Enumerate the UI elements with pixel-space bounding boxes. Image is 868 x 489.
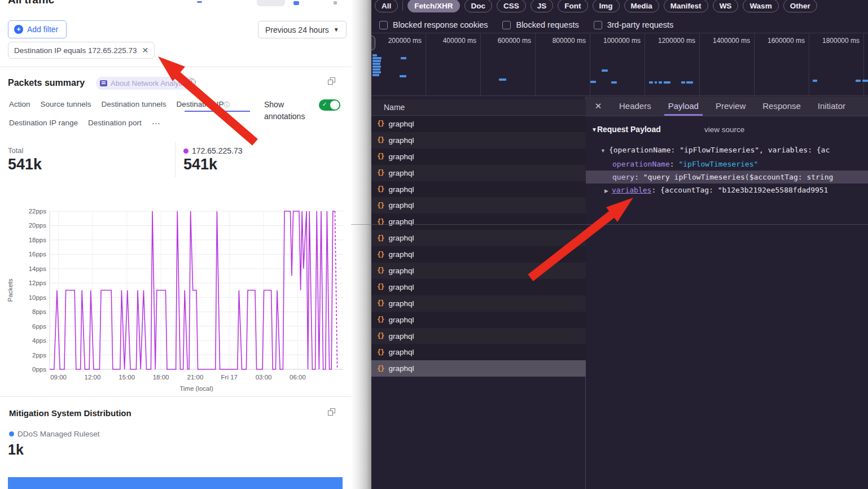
checkbox-blocked-response-cookies[interactable]: Blocked response cookies bbox=[379, 20, 488, 29]
request-name: graphql bbox=[388, 299, 414, 308]
json-braces-icon: {} bbox=[377, 316, 384, 324]
filter-pill-other[interactable]: Other bbox=[783, 0, 817, 12]
filter-pill-img[interactable]: Img bbox=[593, 0, 620, 12]
payload-row-variables[interactable]: ▶variables: {accountTag: "b12e3b2192ee55… bbox=[586, 184, 868, 197]
request-row[interactable]: {}graphql bbox=[371, 165, 586, 181]
waterfall-request-mark bbox=[659, 81, 662, 84]
request-payload-section[interactable]: ▼Request Payload bbox=[591, 125, 661, 134]
request-row[interactable]: {}graphql bbox=[371, 213, 586, 230]
tab-destination-ip[interactable]: Destination IP ⓘ bbox=[176, 100, 230, 109]
svg-text:8pps: 8pps bbox=[32, 308, 46, 315]
payload-summary-line[interactable]: ▼{operationName: "ipFlowTimeseries", var… bbox=[586, 143, 868, 156]
filter-pill-wasm[interactable]: Wasm bbox=[743, 0, 778, 12]
toggle-knob bbox=[330, 101, 339, 110]
details-tab-payload[interactable]: Payload bbox=[660, 97, 707, 116]
mitigation-legend-dot bbox=[9, 431, 14, 436]
request-row[interactable]: {}graphql bbox=[371, 230, 586, 246]
clock-icon bbox=[188, 78, 196, 86]
about-network-analytics-badge[interactable]: About Network Analytics bbox=[96, 77, 195, 90]
timeline-tick-label: 2000000 ms bbox=[864, 37, 868, 45]
analytics-panel: All traffic + Add filter Previous 24 hou… bbox=[0, 0, 351, 489]
request-name: graphql bbox=[388, 120, 414, 128]
checkbox-box[interactable] bbox=[502, 21, 511, 29]
json-braces-icon: {} bbox=[377, 234, 384, 242]
request-row[interactable]: {}graphql bbox=[371, 295, 586, 312]
filter-pill-fetch-xhr[interactable]: Fetch/XHR bbox=[407, 0, 459, 12]
timeline-tick-label: 800000 ms bbox=[536, 37, 586, 45]
time-range-dropdown[interactable]: Previous 24 hours ▼ bbox=[258, 21, 347, 38]
details-tab-initiator[interactable]: Initiator bbox=[809, 97, 854, 116]
plus-icon: + bbox=[14, 25, 23, 34]
network-overview-timeline[interactable]: 200000 ms400000 ms600000 ms800000 ms1000… bbox=[371, 33, 868, 96]
request-row[interactable]: {}graphql bbox=[371, 197, 586, 213]
expand-icon[interactable] bbox=[328, 77, 335, 85]
waterfall-request-mark bbox=[372, 63, 380, 65]
request-name: graphql bbox=[388, 136, 414, 145]
checkbox-box[interactable] bbox=[379, 21, 388, 29]
close-icon[interactable]: ✕ bbox=[586, 101, 611, 111]
badge-label: About Network Analytics bbox=[111, 79, 190, 88]
expand-icon[interactable] bbox=[328, 408, 335, 416]
divider bbox=[402, 1, 403, 11]
filter-pill-all[interactable]: All bbox=[375, 0, 398, 12]
request-row[interactable]: {}graphql bbox=[371, 312, 586, 328]
request-row[interactable]: {}graphql bbox=[371, 181, 586, 198]
payload-row-query[interactable]: query: "query ipFlowTimeseries($accountT… bbox=[586, 171, 868, 184]
request-row[interactable]: {}graphql bbox=[371, 279, 586, 295]
checkbox-blocked-requests[interactable]: Blocked requests bbox=[502, 20, 578, 29]
checkbox-box[interactable] bbox=[594, 21, 602, 29]
more-tabs-button[interactable]: ⋯ bbox=[152, 119, 161, 129]
filter-chip[interactable]: Destination IP equals 172.65.225.73 ✕ bbox=[8, 42, 155, 59]
request-row[interactable]: {}graphql bbox=[371, 328, 586, 344]
filter-pill-css[interactable]: CSS bbox=[497, 0, 526, 12]
tab-action[interactable]: Action bbox=[9, 100, 30, 109]
json-braces-icon: {} bbox=[377, 348, 384, 356]
filter-pill-manifest[interactable]: Manifest bbox=[664, 0, 708, 12]
time-range-label: Previous 24 hours bbox=[265, 25, 329, 34]
request-row[interactable]: {}graphql bbox=[371, 149, 586, 165]
request-name: graphql bbox=[388, 152, 414, 161]
svg-text:15:00: 15:00 bbox=[119, 374, 135, 381]
svg-text:20pps: 20pps bbox=[29, 222, 47, 229]
filter-pill-js[interactable]: JS bbox=[531, 0, 554, 12]
details-tab-preview[interactable]: Preview bbox=[707, 97, 754, 116]
waterfall-request-mark bbox=[590, 81, 596, 83]
tab-destination-tunnels[interactable]: Destination tunnels bbox=[102, 100, 166, 109]
payload-row-operationName[interactable]: operationName: "ipFlowTimeseries" bbox=[586, 158, 868, 171]
waterfall-request-mark bbox=[686, 81, 693, 84]
request-row[interactable]: {}graphql bbox=[371, 263, 586, 279]
triangle-down-icon: ▼ bbox=[591, 126, 597, 133]
book-icon bbox=[100, 80, 107, 86]
request-row[interactable]: {}graphql bbox=[371, 344, 586, 360]
filter-pill-doc[interactable]: Doc bbox=[464, 0, 493, 12]
request-row[interactable]: {}graphql bbox=[371, 246, 586, 263]
tab-source-tunnels[interactable]: Source tunnels bbox=[41, 100, 91, 109]
tab-destination-ip-range[interactable]: Destination IP range bbox=[9, 119, 78, 129]
details-tab-response[interactable]: Response bbox=[754, 97, 809, 116]
request-name: graphql bbox=[388, 316, 414, 324]
svg-text:18pps: 18pps bbox=[29, 237, 47, 243]
add-filter-button[interactable]: + Add filter bbox=[8, 20, 67, 38]
total-label: Total bbox=[8, 146, 23, 155]
checkbox-3rd-party-requests[interactable]: 3rd-party requests bbox=[594, 20, 674, 29]
details-tab-headers[interactable]: Headers bbox=[611, 97, 660, 116]
name-column-header[interactable]: Name bbox=[371, 99, 586, 116]
request-row[interactable]: {}graphql bbox=[371, 360, 586, 377]
request-name: graphql bbox=[388, 283, 414, 291]
packets-timeseries-chart[interactable]: 0pps2pps4pps6pps8pps10pps12pps14pps16pps… bbox=[5, 203, 349, 393]
close-icon[interactable]: ✕ bbox=[142, 46, 148, 55]
show-annotations-label: Show annotations bbox=[264, 99, 315, 123]
request-type-filter-bar: AllFetch/XHRDocCSSJSFontImgMediaManifest… bbox=[371, 0, 868, 15]
checkbox-label: Blocked requests bbox=[516, 20, 578, 29]
request-row[interactable]: {}graphql bbox=[371, 116, 586, 132]
tab-destination-port[interactable]: Destination port bbox=[88, 119, 142, 129]
filter-pill-ws[interactable]: WS bbox=[713, 0, 739, 12]
view-source-link[interactable]: view source bbox=[704, 125, 744, 134]
page-title: All traffic bbox=[8, 0, 54, 4]
waterfall-request-mark bbox=[372, 57, 382, 59]
packets-summary-title: Packets summary bbox=[8, 78, 85, 88]
filter-pill-font[interactable]: Font bbox=[558, 0, 588, 12]
request-row[interactable]: {}graphql bbox=[371, 132, 586, 149]
show-annotations-toggle[interactable]: ✓ bbox=[319, 99, 340, 111]
filter-pill-media[interactable]: Media bbox=[624, 0, 659, 12]
